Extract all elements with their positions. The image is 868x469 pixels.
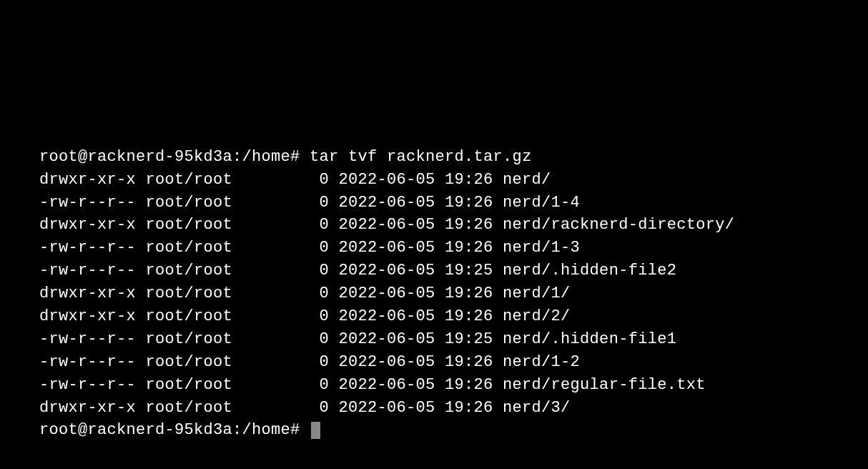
shell-prompt: root@racknerd-95kd3a:/home# <box>39 148 300 166</box>
tar-entry-line: drwxr-xr-x root/root 0 2022-06-05 19:26 … <box>39 282 829 305</box>
tar-listing: drwxr-xr-x root/root 0 2022-06-05 19:26 … <box>39 169 829 420</box>
prompt-line-2: root@racknerd-95kd3a:/home# <box>39 419 829 442</box>
tar-entry-line: -rw-r--r-- root/root 0 2022-06-05 19:26 … <box>39 237 829 260</box>
tar-entry-line: -rw-r--r-- root/root 0 2022-06-05 19:25 … <box>39 260 829 282</box>
tar-entry-line: drwxr-xr-x root/root 0 2022-06-05 19:26 … <box>39 305 829 328</box>
prompt-line-1: root@racknerd-95kd3a:/home# tar tvf rack… <box>39 146 829 169</box>
terminal-output[interactable]: root@racknerd-95kd3a:/home# tar tvf rack… <box>39 100 829 465</box>
tar-entry-line: drwxr-xr-x root/root 0 2022-06-05 19:26 … <box>39 169 829 192</box>
tar-entry-line: -rw-r--r-- root/root 0 2022-06-05 19:26 … <box>39 374 829 397</box>
shell-prompt: root@racknerd-95kd3a:/home# <box>39 421 300 439</box>
tar-entry-line: -rw-r--r-- root/root 0 2022-06-05 19:25 … <box>39 328 829 351</box>
tar-entry-line: drwxr-xr-x root/root 0 2022-06-05 19:26 … <box>39 397 829 420</box>
tar-entry-line: -rw-r--r-- root/root 0 2022-06-05 19:26 … <box>39 351 829 374</box>
tar-entry-line: -rw-r--r-- root/root 0 2022-06-05 19:26 … <box>39 192 829 214</box>
cursor-block <box>311 422 320 439</box>
command-text: tar tvf racknerd.tar.gz <box>310 148 532 166</box>
tar-entry-line: drwxr-xr-x root/root 0 2022-06-05 19:26 … <box>39 214 829 237</box>
